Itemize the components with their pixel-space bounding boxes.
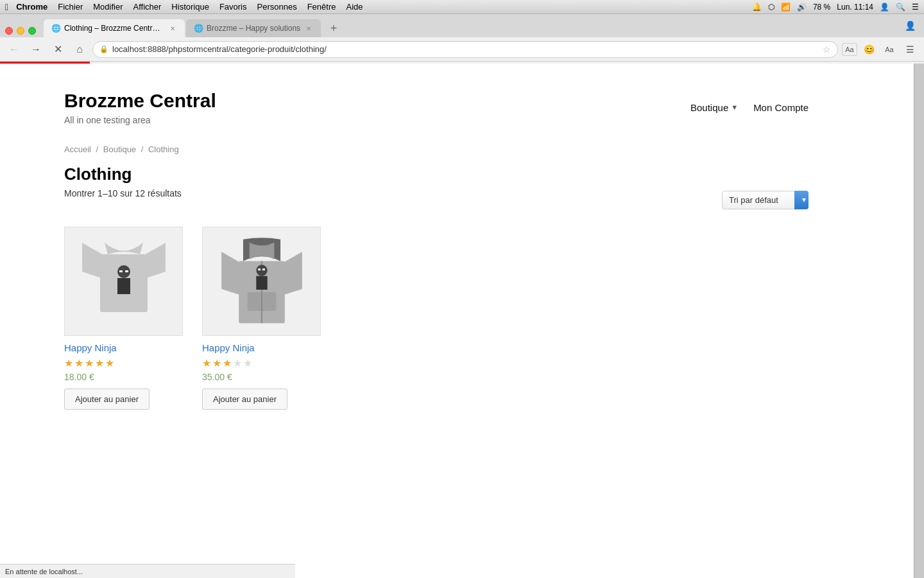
font-size-icon[interactable]: Aa bbox=[880, 40, 898, 58]
tshirt-image bbox=[82, 236, 166, 326]
star-2-1: ★ bbox=[202, 357, 211, 369]
lock-icon: 🔒 bbox=[99, 45, 108, 53]
macos-menubar:  Chrome Fichier Modifier Afficher Histo… bbox=[0, 0, 924, 14]
new-tab-button[interactable]: + bbox=[325, 19, 343, 37]
menu-fenetre[interactable]: Fenêtre bbox=[307, 2, 336, 12]
svg-rect-15 bbox=[262, 268, 264, 270]
product-card-1: Happy Ninja ★ ★ ★ ★ ★ 18.00 € Ajouter au… bbox=[64, 227, 183, 410]
bookmark-star-icon[interactable]: ☆ bbox=[823, 44, 831, 55]
emoji-icon[interactable]: 😊 bbox=[860, 40, 878, 58]
star-1-3: ★ bbox=[85, 357, 94, 369]
volume-icon: 🔊 bbox=[797, 3, 807, 12]
breadcrumb-boutique[interactable]: Boutique bbox=[103, 144, 136, 154]
menu-favoris[interactable]: Favoris bbox=[219, 2, 247, 12]
tab-favicon-2: 🌐 bbox=[194, 24, 203, 33]
browser-chrome: 🌐 Clothing – Brozzme Centra… ✕ 🌐 Brozzme… bbox=[0, 14, 924, 64]
menu-historique[interactable]: Historique bbox=[171, 2, 209, 12]
site-navigation: Boutique ▼ Mon Compte bbox=[690, 102, 809, 113]
star-2-3: ★ bbox=[223, 357, 232, 369]
forward-button[interactable]: → bbox=[27, 40, 45, 58]
product-image-1[interactable] bbox=[64, 227, 183, 336]
status-bar: En attente de localhost... bbox=[0, 564, 295, 578]
product-grid: Happy Ninja ★ ★ ★ ★ ★ 18.00 € Ajouter au… bbox=[64, 227, 809, 410]
menu-aide[interactable]: Aide bbox=[346, 2, 363, 12]
site-header: Brozzme Central All in one testing area … bbox=[0, 64, 873, 144]
reload-button[interactable]: ✕ bbox=[49, 40, 67, 58]
battery-indicator: 78 % bbox=[813, 3, 830, 12]
site-title: Brozzme Central bbox=[64, 89, 216, 112]
nav-boutique[interactable]: Boutique ▼ bbox=[690, 102, 738, 113]
tab-bar: 🌐 Clothing – Brozzme Centra… ✕ 🌐 Brozzme… bbox=[0, 14, 924, 37]
tab-happy-solutions[interactable]: 🌐 Brozzme – Happy solutions ✕ bbox=[186, 19, 321, 37]
tab-close-1[interactable]: ✕ bbox=[168, 24, 177, 33]
nav-bar: ← → ✕ ⌂ 🔒 localhost:8888/phpstormcentral… bbox=[0, 37, 924, 62]
apple-menu[interactable]:  bbox=[5, 2, 8, 12]
breadcrumb-separator-2: / bbox=[141, 144, 146, 154]
menu-afficher[interactable]: Afficher bbox=[133, 2, 162, 12]
svg-rect-13 bbox=[256, 276, 267, 290]
product-price-2: 35.00 € bbox=[202, 372, 321, 382]
star-rating-2: ★ ★ ★ ★ ★ bbox=[202, 357, 321, 369]
user-icon: 👤 bbox=[880, 3, 889, 12]
content-area: Accueil / Boutique / Clothing Clothing M… bbox=[0, 144, 873, 448]
address-bar[interactable]: 🔒 localhost:8888/phpstormcentral/categor… bbox=[92, 41, 838, 58]
page-wrapper: Brozzme Central All in one testing area … bbox=[0, 64, 873, 578]
wifi-icon: 📶 bbox=[781, 3, 791, 12]
chevron-down-icon: ▼ bbox=[731, 103, 738, 111]
menu-icon[interactable]: ☰ bbox=[901, 40, 919, 58]
site-branding: Brozzme Central All in one testing area bbox=[64, 89, 216, 125]
add-to-cart-button-2[interactable]: Ajouter au panier bbox=[202, 389, 287, 410]
tab-clothing[interactable]: 🌐 Clothing – Brozzme Centra… ✕ bbox=[44, 19, 185, 37]
right-panel: » 🔍 bbox=[914, 14, 924, 578]
nav-right-icons: Aa 😊 Aa ☰ bbox=[842, 40, 919, 58]
svg-rect-4 bbox=[117, 278, 130, 294]
star-1-2: ★ bbox=[74, 357, 83, 369]
product-name-2[interactable]: Happy Ninja bbox=[202, 342, 321, 353]
svg-rect-5 bbox=[119, 270, 123, 272]
star-1-5: ★ bbox=[105, 357, 114, 369]
product-name-1[interactable]: Happy Ninja bbox=[64, 342, 183, 353]
results-info: Montrer 1–10 sur 12 résultats bbox=[64, 188, 182, 198]
star-1-4: ★ bbox=[95, 357, 104, 369]
star-2-4: ★ bbox=[233, 357, 242, 369]
menu-modifier[interactable]: Modifier bbox=[93, 2, 123, 12]
product-price-1: 18.00 € bbox=[64, 372, 183, 382]
breadcrumb-current: Clothing bbox=[148, 144, 179, 154]
star-rating-1: ★ ★ ★ ★ ★ bbox=[64, 357, 183, 369]
breadcrumb-accueil[interactable]: Accueil bbox=[64, 144, 91, 154]
close-button[interactable] bbox=[5, 27, 13, 35]
menu-chrome[interactable]: Chrome bbox=[16, 2, 47, 12]
category-title: Clothing bbox=[64, 164, 809, 184]
user-account-icon[interactable]: 👤 bbox=[901, 17, 919, 35]
home-button[interactable]: ⌂ bbox=[71, 40, 89, 58]
svg-rect-14 bbox=[258, 268, 261, 270]
star-1-1: ★ bbox=[64, 357, 73, 369]
clock: Lun. 11:14 bbox=[837, 3, 873, 12]
url-text: localhost:8888/phpstormcentral/categorie… bbox=[112, 44, 819, 54]
minimize-button[interactable] bbox=[17, 27, 24, 35]
loading-bar bbox=[0, 62, 90, 64]
maximize-button[interactable] bbox=[28, 27, 36, 35]
reader-icon[interactable]: Aa bbox=[842, 43, 857, 56]
menubar-right: 🔔 ⬡ 📶 🔊 78 % Lun. 11:14 👤 🔍 ☰ bbox=[752, 3, 919, 12]
menu-items: Chrome Fichier Modifier Afficher Histori… bbox=[16, 2, 363, 12]
list-icon[interactable]: ☰ bbox=[912, 3, 919, 12]
status-text: En attente de localhost... bbox=[5, 568, 83, 575]
search-icon[interactable]: 🔍 bbox=[896, 3, 905, 12]
tab-favicon-1: 🌐 bbox=[51, 24, 60, 33]
menu-personnes[interactable]: Personnes bbox=[257, 2, 297, 12]
svg-point-12 bbox=[256, 265, 267, 276]
add-to-cart-button-1[interactable]: Ajouter au panier bbox=[64, 389, 150, 410]
nav-mon-compte[interactable]: Mon Compte bbox=[753, 102, 809, 113]
star-2-2: ★ bbox=[212, 357, 221, 369]
sort-select[interactable]: Tri par défautPopularitéMeilleures notes… bbox=[722, 191, 809, 209]
hoodie-image bbox=[220, 233, 304, 329]
back-button[interactable]: ← bbox=[5, 40, 23, 58]
bluetooth-icon: ⬡ bbox=[768, 3, 774, 12]
tab-close-2[interactable]: ✕ bbox=[304, 24, 313, 33]
menu-fichier[interactable]: Fichier bbox=[58, 2, 83, 12]
tab-title-1: Clothing – Brozzme Centra… bbox=[64, 24, 164, 33]
star-2-5: ★ bbox=[243, 357, 252, 369]
svg-rect-6 bbox=[125, 270, 128, 272]
product-image-2[interactable] bbox=[202, 227, 321, 336]
